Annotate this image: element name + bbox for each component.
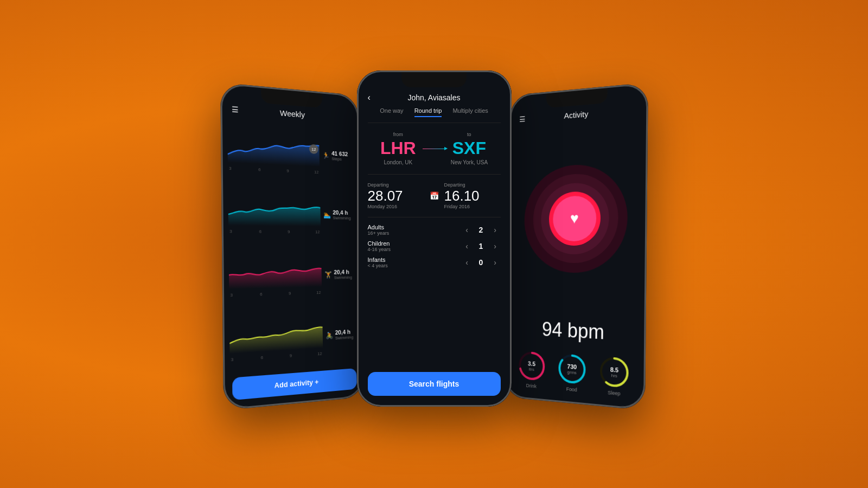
tab-round-trip[interactable]: Round trip [414, 107, 442, 117]
back-button[interactable]: ‹ [368, 93, 371, 102]
search-flights-button[interactable]: Search flights [368, 372, 501, 396]
return-label: Departing [444, 182, 501, 188]
chart-info-swim1: 🏊 20,4 h Swimming [323, 209, 355, 220]
weekly-screen: ☰ Weekly [220, 82, 365, 410]
to-label: to [467, 132, 471, 137]
children-increment[interactable]: › [490, 241, 501, 252]
children-age: 4-16 years [368, 247, 391, 252]
flights-screen: ‹ John, Aviasales One way Round trip Mul… [357, 70, 512, 407]
chart-row-steps: 12 3 6 9 12 🏃 41 632 Steps [227, 120, 354, 185]
arrow-line [423, 149, 444, 149]
infants-label: Infants [368, 256, 388, 263]
adults-increment[interactable]: › [490, 224, 501, 235]
activity-screen: ☰ Activity ♥ 94 bpm [503, 82, 648, 410]
from-city: London, UK [384, 159, 412, 165]
sleep-ring: 8.5 hrs [598, 355, 629, 389]
children-counter: ‹ 1 › [462, 241, 501, 252]
swim2-unit: Swimming [334, 275, 352, 280]
depart-label: Departing [368, 182, 424, 188]
infants-decrement[interactable]: ‹ [462, 257, 473, 268]
depart-date[interactable]: 28.07 [368, 189, 424, 203]
passenger-infants: Infants < 4 years ‹ 0 › [368, 256, 501, 268]
infants-age: < 4 years [368, 263, 388, 268]
depart-day: Monday 2016 [368, 204, 424, 209]
chart-bike: 3 6 9 12 [229, 321, 322, 357]
flight-tabs: One way Round trip Multiply cities [357, 107, 512, 123]
bpm-value: 94 bpm [541, 318, 604, 344]
sleep-label: Sleep [608, 390, 620, 397]
phone-right: ☰ Activity ♥ 94 bpm [503, 82, 648, 410]
chart-info-bike: 🚴 20,4 h Swimming [326, 328, 358, 341]
swim2-value: 20,4 h [334, 268, 352, 275]
chart-steps: 12 3 6 9 12 [227, 135, 320, 170]
flight-route: from LHR London, UK to SXF New York, USA [357, 123, 512, 174]
drink-value: 3.5 [527, 360, 535, 367]
phone-left: ☰ Weekly [220, 82, 365, 410]
drink-unit: ltrs [528, 367, 534, 372]
heart-icon: ♥ [570, 210, 578, 227]
tab-multiply[interactable]: Multiply cities [452, 107, 488, 117]
infants-count: 0 [477, 258, 486, 267]
chart-row-bike: 3 6 9 12 🚴 20,4 h Swimming [229, 305, 358, 372]
flights-title: John, Aviasales [407, 93, 460, 102]
stat-drink: 3.5 ltrs Drink [517, 350, 546, 390]
from-label: from [393, 132, 403, 137]
side-btn-left2 [220, 149, 221, 171]
depart-date-col: Departing 28.07 Monday 2016 [368, 182, 424, 209]
infants-counter: ‹ 0 › [462, 257, 501, 268]
return-date-col: Departing 16.10 Friday 2016 [444, 182, 501, 209]
swim1-unit: Swimming [333, 215, 350, 220]
children-decrement[interactable]: ‹ [462, 241, 473, 252]
swim1-value: 20,4 h [333, 209, 350, 216]
side-btn-left3 [220, 178, 221, 200]
sleep-unit: hrs [611, 373, 617, 378]
bike-icon: 🚴 [326, 331, 333, 339]
adults-label: Adults [368, 224, 390, 230]
dates-section: Departing 28.07 Monday 2016 📅 Departing … [357, 175, 512, 217]
route-from: from LHR London, UK [380, 132, 416, 165]
menu-icon[interactable]: ☰ [231, 105, 238, 114]
steps-unit: Steps [331, 156, 348, 162]
phones-container: ☰ Weekly [221, 76, 647, 412]
activity-menu-icon[interactable]: ☰ [519, 114, 526, 123]
chart-info-steps: 🏃 41 632 Steps [322, 150, 354, 162]
to-code[interactable]: SXF [452, 138, 486, 158]
chart-row-swim1: 3 6 9 12 🏊 20,4 h Swimming [228, 182, 355, 243]
adults-decrement[interactable]: ‹ [462, 224, 473, 235]
stat-food: 730 grms Food [557, 352, 586, 394]
charts-area: 12 3 6 9 12 🏃 41 632 Steps [220, 117, 363, 375]
drink-ring: 3.5 ltrs [517, 350, 545, 382]
chart-labels-swim2: 3 6 9 12 [229, 290, 322, 298]
passenger-children: Children 4-16 years ‹ 1 › [368, 240, 501, 252]
weekly-title: Weekly [279, 108, 304, 119]
food-unit: grms [567, 369, 576, 375]
add-activity-button[interactable]: Add activity + [232, 368, 357, 400]
adults-age: 16+ years [368, 230, 390, 236]
steps-icon: 🏃 [322, 151, 329, 159]
stats-row: 3.5 ltrs Drink 730 [503, 344, 646, 410]
bike-unit: Swimming [335, 335, 353, 341]
return-day: Friday 2016 [444, 204, 501, 209]
chart-swim2: 3 6 9 12 [228, 260, 322, 292]
heart-ring-container: ♥ [505, 119, 647, 317]
chart-info-swim2: 🏋️ 20,4 h Swimming [324, 268, 356, 280]
passenger-adults: Adults 16+ years ‹ 2 › [368, 224, 501, 236]
adults-counter: ‹ 2 › [462, 224, 501, 235]
food-label: Food [566, 386, 577, 393]
calendar-icon[interactable]: 📅 [430, 191, 439, 200]
route-arrow-icon [416, 149, 451, 149]
from-code[interactable]: LHR [380, 138, 416, 158]
stat-sleep: 8.5 hrs Sleep [598, 355, 630, 397]
chart-labels-steps: 3 6 9 12 [227, 166, 319, 175]
return-date[interactable]: 16.10 [444, 189, 501, 203]
notch-center [407, 70, 461, 84]
sleep-value: 8.5 [610, 366, 618, 374]
chart-row-swim2: 3 6 9 12 🏋️ 20,4 h Swimming [228, 246, 357, 307]
activity-title: Activity [564, 110, 588, 120]
children-count: 1 [477, 242, 486, 251]
tab-one-way[interactable]: One way [380, 107, 403, 117]
chart-labels-swim1: 3 6 9 12 [228, 229, 321, 234]
to-city: New York, USA [451, 159, 488, 165]
infants-increment[interactable]: › [490, 257, 501, 268]
route-to: to SXF New York, USA [451, 132, 488, 165]
